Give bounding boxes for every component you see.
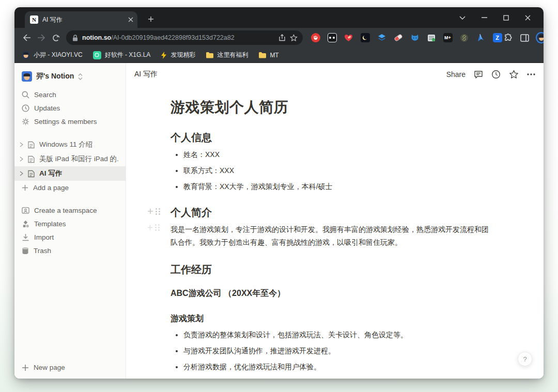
sidebar-page-ai-writing[interactable]: AI 写作 — [14, 166, 126, 181]
add-block-icon[interactable] — [147, 224, 153, 231]
bookmark-discover[interactable]: 发现精彩 — [161, 51, 195, 59]
work-duty-list: 负责游戏的整体策划和设计，包括游戏玩法、关卡设计、角色设定等。 与游戏开发团队沟… — [171, 330, 491, 372]
profile-paragraph[interactable]: 我是一名游戏策划，专注于游戏的设计和开发。我拥有丰富的游戏策划经验，熟悉游戏开发… — [171, 223, 491, 249]
workspace-avatar — [22, 71, 32, 82]
forward-icon[interactable] — [34, 30, 49, 45]
sidebar-templates[interactable]: Templates — [14, 217, 126, 230]
extensions-puzzle-icon[interactable] — [503, 33, 514, 43]
sidebar-trash[interactable]: Trash — [14, 244, 126, 257]
new-tab-button[interactable] — [145, 13, 157, 25]
page-title[interactable]: 游戏策划个人简历 — [171, 98, 491, 117]
url-bar[interactable]: notion.so/AI-0db209199aed422898f93d153d7… — [66, 30, 303, 45]
heading-profile[interactable]: 个人简介 — [171, 206, 491, 219]
blue-arrow-extension-icon[interactable] — [475, 33, 486, 43]
document-scroll-area[interactable]: 游戏策划个人简历 个人信息 姓名：XXX 联系方式：XXX 教育背景：XX大学，… — [126, 86, 544, 379]
table-list-extension-icon[interactable] — [426, 33, 437, 43]
heading-role[interactable]: 游戏策划 — [171, 313, 491, 324]
workspace-switcher[interactable]: 羿's Notion — [14, 67, 126, 88]
heading-company-abc[interactable]: ABC游戏公司 （20XX年至今） — [171, 288, 491, 299]
folder-icon — [258, 52, 266, 58]
notion-main: AI 写作 Share — [126, 63, 544, 379]
list-item[interactable]: 联系方式：XXX — [183, 165, 491, 176]
drag-handle-icon[interactable] — [155, 224, 160, 231]
list-item[interactable]: 负责游戏的整体策划和设计，包括游戏玩法、关卡设计、角色设定等。 — [183, 330, 491, 340]
close-icon[interactable] — [517, 7, 538, 28]
maximize-icon[interactable] — [495, 7, 517, 28]
bookmark-folder-mt[interactable]: MT — [258, 52, 278, 59]
tab-search-icon[interactable] — [452, 7, 473, 28]
sidebar-page-ipad[interactable]: 美版 iPad 和国行 iPad 的... — [14, 152, 126, 166]
mending-heart-extension-icon[interactable] — [343, 33, 354, 43]
plus-icon — [22, 364, 29, 371]
sidebar-item-updates[interactable]: Updates — [14, 101, 126, 115]
sidebar-new-page[interactable]: New page — [14, 358, 126, 379]
z-extension-icon[interactable]: Z — [492, 33, 503, 43]
share-button[interactable]: Share — [446, 70, 466, 79]
adguard-extension-icon[interactable] — [310, 33, 321, 43]
dark-reader-extension-icon[interactable] — [360, 33, 370, 43]
notion-favicon: N — [30, 15, 38, 24]
history-clock-icon[interactable] — [491, 70, 501, 79]
drag-handle-icon[interactable] — [156, 208, 160, 215]
block-handle[interactable] — [147, 224, 160, 231]
page-icon — [28, 170, 35, 178]
bookmark-xiaoyi[interactable]: 小羿 - XIAOYI.VC — [22, 51, 83, 59]
browser-toolbar: notion.so/AI-0db209199aed422898f93d153d7… — [14, 28, 544, 48]
link-disabled-extension-icon[interactable] — [459, 33, 470, 43]
trash-icon — [22, 247, 29, 255]
bookmark-folder-fuli[interactable]: 这里有福利 — [206, 51, 248, 59]
tab-title: AI 写作 — [42, 15, 124, 24]
breadcrumb[interactable]: AI 写作 — [134, 70, 158, 79]
green-app-icon — [93, 51, 101, 59]
list-item[interactable]: 姓名：XXX — [183, 149, 491, 160]
m-plus-extension-icon[interactable]: M+ — [442, 33, 453, 43]
side-panel-icon[interactable] — [519, 33, 530, 43]
list-item[interactable]: 分析游戏数据，优化游戏玩法和用户体验。 — [183, 362, 491, 372]
bookmark-x1g[interactable]: 好软件 - X1G.LA — [93, 51, 151, 59]
document: 游戏策划个人简历 个人信息 姓名：XXX 联系方式：XXX 教育背景：XX大学，… — [171, 98, 491, 379]
sidebar-import[interactable]: Import — [14, 230, 126, 244]
sidebar-item-settings[interactable]: Settings & members — [14, 115, 126, 128]
notion-sidebar: 羿's Notion Search Updates Settings & mem… — [14, 63, 126, 379]
layers-extension-icon[interactable] — [376, 33, 387, 43]
page-icon — [28, 155, 35, 163]
help-button[interactable]: ? — [518, 352, 532, 366]
blue-cat-extension-icon[interactable] — [409, 33, 420, 43]
url-path: /AI-0db209199aed422898f93d153d722a82 — [111, 34, 234, 41]
back-icon[interactable] — [20, 30, 34, 45]
plus-icon — [22, 184, 28, 191]
browser-tab[interactable]: N AI 写作 — [25, 11, 137, 28]
z-label: Z — [495, 35, 499, 41]
add-block-icon[interactable] — [147, 208, 154, 215]
import-icon — [22, 233, 29, 241]
list-item[interactable]: 教育背景：XX大学，游戏策划专业，本科/硕士 — [183, 181, 491, 192]
profile-avatar[interactable] — [536, 33, 544, 43]
heading-work-experience[interactable]: 工作经历 — [171, 263, 491, 276]
workspace-name: 羿's Notion — [36, 72, 74, 81]
notion-topbar: AI 写作 Share — [126, 63, 544, 86]
chevron-right-icon — [20, 142, 23, 147]
url-text: notion.so/AI-0db209199aed422898f93d153d7… — [82, 34, 274, 41]
tab-close-icon[interactable] — [128, 17, 133, 22]
share-page-icon[interactable] — [278, 34, 286, 41]
sidebar-add-page[interactable]: Add a page — [14, 181, 126, 194]
folder-icon — [206, 52, 213, 58]
url-domain: notion.so — [82, 34, 111, 41]
favorite-star-icon[interactable] — [509, 70, 519, 79]
minimize-icon[interactable] — [473, 7, 495, 28]
block-handle[interactable] — [147, 208, 160, 215]
m-plus-label: M+ — [444, 36, 451, 40]
comments-icon[interactable] — [474, 70, 483, 79]
lock-icon — [72, 35, 78, 41]
more-options-icon[interactable] — [527, 73, 535, 75]
reload-icon[interactable] — [49, 30, 63, 45]
sidebar-page-windows11[interactable]: Windows 11 介绍 — [14, 137, 126, 152]
list-item[interactable]: 与游戏开发团队沟通协作，推进游戏开发进程。 — [183, 346, 491, 356]
sidebar-item-search[interactable]: Search — [14, 88, 126, 101]
bookmark-star-icon[interactable] — [290, 34, 298, 42]
sidebar-create-teamspace[interactable]: Create a teamspace — [14, 203, 126, 217]
heading-personal-info[interactable]: 个人信息 — [171, 131, 491, 144]
capsule-extension-icon[interactable] — [393, 33, 404, 43]
search-icon — [22, 91, 29, 99]
onetab-extension-icon[interactable] — [327, 33, 337, 43]
